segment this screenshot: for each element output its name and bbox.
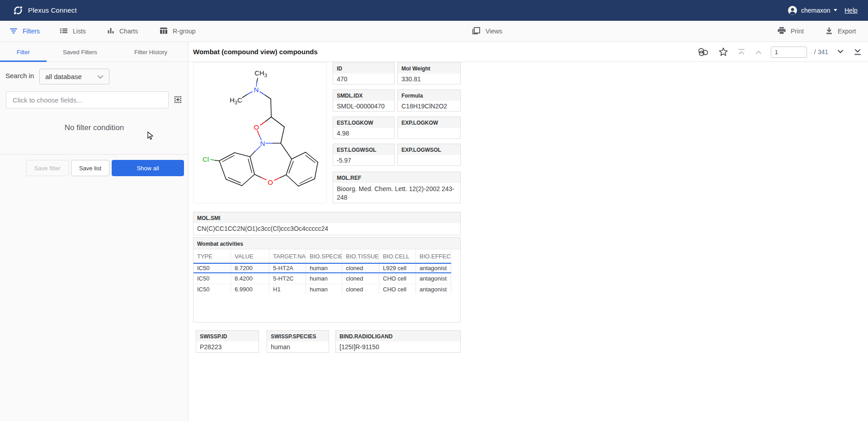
download-icon (826, 27, 833, 36)
print-label: Print (791, 28, 804, 35)
rgroup-label: R-group (173, 28, 196, 35)
main-toolbar: Filters Lists Charts R-group Views Print (0, 21, 868, 42)
tab-filter[interactable]: Filter (0, 42, 47, 62)
column-header[interactable]: BIO.CELL (379, 249, 416, 262)
field-value (398, 155, 460, 157)
field-formula: Formula C18H19ClN2O2 (397, 89, 461, 112)
field-mol-ref: MOL.REF Bioorg. Med. Chem. Lett. 12(2)-2… (333, 172, 461, 203)
table-cell: cloned (342, 273, 379, 284)
chevron-down-icon (97, 73, 104, 80)
favorite-star-button[interactable] (717, 46, 729, 58)
charts-button[interactable]: Charts (107, 21, 138, 42)
field-value: human (267, 341, 329, 351)
field-est-logwsol: EST.LOGWSOL -5.97 (333, 144, 395, 166)
field-label: SWISSP.ID (196, 331, 259, 341)
sidebar-tabs: Filter Saved Filters Filter History (0, 42, 188, 62)
table-cell: antagonist (416, 273, 451, 284)
table-cell: L929 cell (379, 264, 416, 272)
field-smdl-idx: SMDL.IDX SMDL-00000470 (333, 89, 395, 112)
views-label: Views (486, 28, 502, 35)
export-button[interactable]: Export (826, 21, 856, 42)
table-row[interactable]: IC50 8.4200 5-HT2C human cloned CHO cell… (193, 273, 451, 284)
table-row-selected[interactable]: IC50 8.7200 5-HT2A human cloned L929 cel… (193, 263, 451, 273)
first-record-button[interactable] (736, 47, 746, 56)
field-value (398, 128, 460, 130)
atom-label-ether-o: O (268, 178, 273, 186)
column-header[interactable]: BIO.TISSUE (342, 249, 379, 262)
table-cell: human (306, 284, 342, 294)
field-est-logkow: EST.LOGKOW 4.98 (333, 117, 395, 139)
field-exp-logwsol: EXP.LOGWSOL (397, 144, 461, 166)
column-header[interactable]: VALUE (231, 249, 269, 262)
record-number-input[interactable] (771, 47, 807, 58)
save-list-button[interactable]: Save list (71, 160, 109, 176)
field-label: Mol Weight (398, 63, 460, 74)
field-mol-smi: MOL.SMI CN(C)CC1CC2N(O1)c3cc(Cl)ccc3Oc4c… (193, 212, 461, 235)
atom-label-cl: Cl (203, 155, 209, 163)
view-title-bar: Wombat (compound view) compounds (189, 42, 868, 62)
previous-record-button[interactable] (754, 48, 764, 56)
next-record-button[interactable] (835, 48, 845, 56)
table-cell: H1 (269, 284, 306, 294)
choose-fields-input[interactable] (6, 91, 169, 108)
plexus-logo-icon (13, 5, 24, 18)
views-stack-icon (472, 27, 481, 36)
mouse-cursor (147, 131, 153, 142)
export-label: Export (838, 28, 856, 35)
rgroup-button[interactable]: R-group (160, 21, 196, 42)
field-label: EST.LOGKOW (333, 117, 394, 128)
table-cell: IC50 (193, 264, 231, 272)
filters-button[interactable]: Filters (9, 21, 40, 42)
user-avatar-icon[interactable] (788, 6, 797, 17)
field-value: C18H19ClN2O2 (398, 101, 460, 110)
main-panel: Wombat (compound view) compounds (189, 42, 868, 421)
filter-sidebar: Filter Saved Filters Filter History Sear… (0, 42, 189, 421)
lists-button[interactable]: Lists (60, 21, 86, 42)
table-cell: 5-HT2C (269, 273, 306, 284)
table-cell: human (306, 273, 342, 284)
last-record-button[interactable] (853, 47, 863, 56)
table-cell: cloned (342, 264, 379, 272)
save-filter-button[interactable]: Save filter (26, 160, 69, 176)
atom-label-isox-n: N (260, 140, 265, 147)
views-button[interactable]: Views (472, 21, 502, 42)
app-title: Plexus Connect (28, 6, 77, 14)
molecule-drawing: CH3 H3C N O N Cl O (193, 63, 326, 203)
field-value: SMDL-00000470 (333, 101, 394, 110)
compound-structure: CH3 H3C N O N Cl O (193, 62, 327, 203)
field-value: 470 (333, 74, 394, 83)
field-swissp-species: SWISSP.SPECIES human (267, 330, 329, 353)
column-header[interactable]: BIO.EFFECT (416, 249, 451, 262)
structure-editor-icon[interactable] (173, 96, 182, 105)
chevron-down-icon (836, 49, 844, 55)
table-cell: antagonist (416, 264, 451, 272)
table-cell: IC50 (193, 284, 231, 294)
print-button[interactable]: Print (778, 21, 804, 42)
table-cell: antagonist (416, 284, 451, 294)
column-header[interactable]: TARGET.NA (269, 249, 306, 262)
show-all-button[interactable]: Show all (112, 160, 184, 176)
user-menu[interactable]: chemaxon (801, 7, 830, 14)
field-mol-weight: Mol Weight 330.81 (397, 62, 461, 84)
table-cell: CHO cell (379, 284, 416, 294)
table-row[interactable]: IC50 6.9900 H1 human cloned CHO cell ant… (193, 284, 451, 294)
table-grid-icon (160, 27, 168, 36)
activities-table: TYPE VALUE TARGET.NA BIO.SPECIE BIO.TISS… (193, 249, 451, 294)
field-value: 4.98 (333, 128, 394, 137)
column-header[interactable]: TYPE (193, 249, 231, 262)
table-cell: 8.7200 (231, 264, 269, 272)
user-menu-caret-icon[interactable] (834, 9, 837, 11)
jump-bottom-icon (854, 48, 862, 56)
help-link[interactable]: Help (844, 7, 858, 14)
field-label: ID (333, 63, 394, 74)
field-label: MOL.REF (333, 172, 460, 183)
field-id: ID 470 (333, 62, 395, 84)
column-header[interactable]: BIO.SPECIE (306, 249, 342, 262)
top-bar: Plexus Connect chemaxon Help (0, 0, 868, 21)
table-cell: 6.9900 (231, 284, 269, 294)
structure-display-button[interactable] (697, 46, 710, 58)
tab-saved-filters[interactable]: Saved Filters (47, 42, 114, 62)
tab-filter-history[interactable]: Filter History (113, 42, 188, 62)
database-select[interactable]: all database (39, 69, 109, 84)
field-label: Formula (398, 90, 460, 101)
